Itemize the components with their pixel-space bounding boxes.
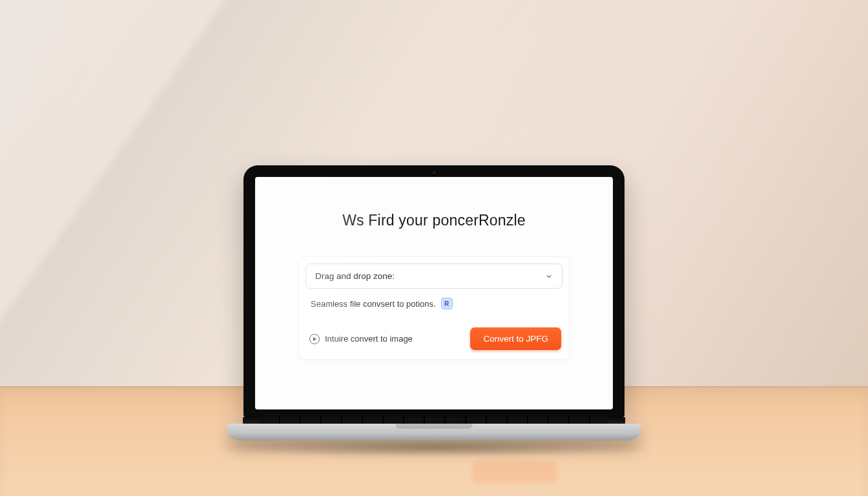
convert-to-image-link[interactable]: Intuire convert to image <box>309 334 413 344</box>
laptop: Ws Fird your poncerRonzle Drag and drop … <box>227 165 641 444</box>
convert-link-label: Intuire convert to image <box>325 334 413 344</box>
chevron-down-icon <box>545 273 553 280</box>
options-row: Seamless file convsert to potions. R <box>299 289 569 316</box>
converter-card: Drag and drop zone: Seamless file convse… <box>298 256 570 360</box>
webcam-icon <box>432 170 436 174</box>
laptop-base <box>227 418 641 444</box>
laptop-bottom <box>227 424 641 440</box>
page-title: Ws Fird your poncerRonzle <box>342 212 526 229</box>
options-badge[interactable]: R <box>441 298 453 309</box>
screen: Ws Fird your poncerRonzle Drag and drop … <box>255 177 613 409</box>
dropzone-label: Drag and drop zone: <box>315 271 395 281</box>
drag-drop-zone[interactable]: Drag and drop zone: <box>305 264 563 289</box>
cta-reflection <box>473 461 557 483</box>
convert-button[interactable]: Convert to JPFG <box>470 327 561 350</box>
options-text: Seamless file convsert to potions. <box>311 299 436 309</box>
laptop-lid: Ws Fird your poncerRonzle Drag and drop … <box>243 165 625 418</box>
play-circle-icon <box>309 334 320 344</box>
action-row: Intuire convert to image Convert to JPFG <box>299 316 569 359</box>
